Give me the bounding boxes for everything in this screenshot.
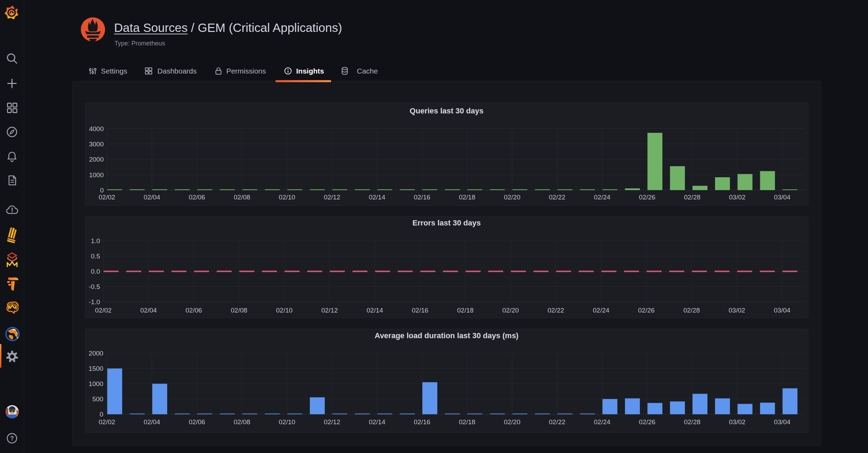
svg-text:02/12: 02/12 — [321, 307, 338, 314]
svg-text:1000: 1000 — [89, 171, 103, 179]
svg-text:02/24: 02/24 — [594, 194, 610, 201]
svg-text:02/18: 02/18 — [459, 418, 475, 426]
svg-text:02/14: 02/14 — [367, 307, 383, 314]
svg-text:02/04: 02/04 — [144, 418, 160, 426]
svg-text:03/02: 03/02 — [729, 194, 746, 201]
svg-text:?: ? — [10, 435, 14, 442]
svg-text:02/28: 02/28 — [684, 418, 701, 426]
svg-text:02/10: 02/10 — [276, 307, 293, 314]
svg-text:-0.5: -0.5 — [88, 283, 100, 290]
svg-text:02/24: 02/24 — [593, 307, 609, 314]
svg-text:0: 0 — [100, 187, 104, 194]
svg-text:03/04: 03/04 — [774, 307, 790, 314]
svg-text:0: 0 — [100, 411, 103, 418]
svg-text:02/02: 02/02 — [98, 194, 115, 201]
svg-text:02/16: 02/16 — [412, 307, 428, 314]
svg-text:02/20: 02/20 — [504, 418, 520, 426]
svg-text:02/24: 02/24 — [594, 418, 610, 426]
svg-text:02/18: 02/18 — [459, 194, 475, 201]
svg-text:0.5: 0.5 — [91, 253, 100, 260]
svg-text:02/08: 02/08 — [234, 418, 250, 426]
svg-text:02/16: 02/16 — [414, 194, 430, 201]
svg-text:2000: 2000 — [88, 350, 103, 357]
svg-text:3000: 3000 — [89, 140, 103, 148]
svg-text:02/02: 02/02 — [95, 307, 112, 314]
svg-text:02/12: 02/12 — [324, 418, 340, 426]
svg-text:02/10: 02/10 — [278, 418, 295, 426]
svg-text:02/22: 02/22 — [548, 307, 564, 314]
svg-text:03/04: 03/04 — [774, 418, 790, 426]
svg-text:02/02: 02/02 — [98, 418, 115, 426]
svg-text:02/26: 02/26 — [639, 418, 655, 426]
svg-text:02/06: 02/06 — [189, 418, 205, 426]
svg-text:03/04: 03/04 — [774, 194, 790, 201]
svg-text:02/08: 02/08 — [234, 194, 250, 201]
svg-text:1.0: 1.0 — [91, 237, 100, 245]
svg-text:2000: 2000 — [89, 156, 103, 163]
svg-text:02/22: 02/22 — [549, 194, 565, 201]
svg-text:02/14: 02/14 — [369, 418, 385, 426]
svg-text:02/14: 02/14 — [369, 194, 385, 201]
svg-text:02/06: 02/06 — [189, 194, 205, 201]
svg-text:02/08: 02/08 — [231, 307, 247, 314]
svg-text:02/22: 02/22 — [549, 418, 565, 426]
svg-text:-1.0: -1.0 — [88, 298, 100, 306]
svg-text:03/02: 03/02 — [729, 307, 745, 314]
svg-text:02/10: 02/10 — [278, 194, 295, 201]
svg-text:500: 500 — [92, 395, 103, 403]
svg-text:02/04: 02/04 — [140, 307, 157, 314]
svg-text:02/28: 02/28 — [684, 194, 701, 201]
svg-text:1500: 1500 — [88, 365, 103, 372]
svg-text:02/26: 02/26 — [638, 307, 655, 314]
svg-text:02/20: 02/20 — [504, 194, 520, 201]
svg-text:02/16: 02/16 — [414, 418, 430, 426]
svg-text:02/18: 02/18 — [457, 307, 474, 314]
svg-text:02/06: 02/06 — [186, 307, 202, 314]
svg-text:02/12: 02/12 — [324, 194, 340, 201]
svg-text:02/28: 02/28 — [683, 307, 700, 314]
svg-text:02/26: 02/26 — [639, 194, 655, 201]
svg-text:02/20: 02/20 — [502, 307, 519, 314]
svg-text:0.0: 0.0 — [91, 268, 100, 275]
svg-text:02/04: 02/04 — [144, 194, 160, 201]
svg-text:4000: 4000 — [89, 125, 103, 133]
svg-text:03/02: 03/02 — [729, 418, 746, 426]
svg-text:1000: 1000 — [88, 380, 103, 387]
